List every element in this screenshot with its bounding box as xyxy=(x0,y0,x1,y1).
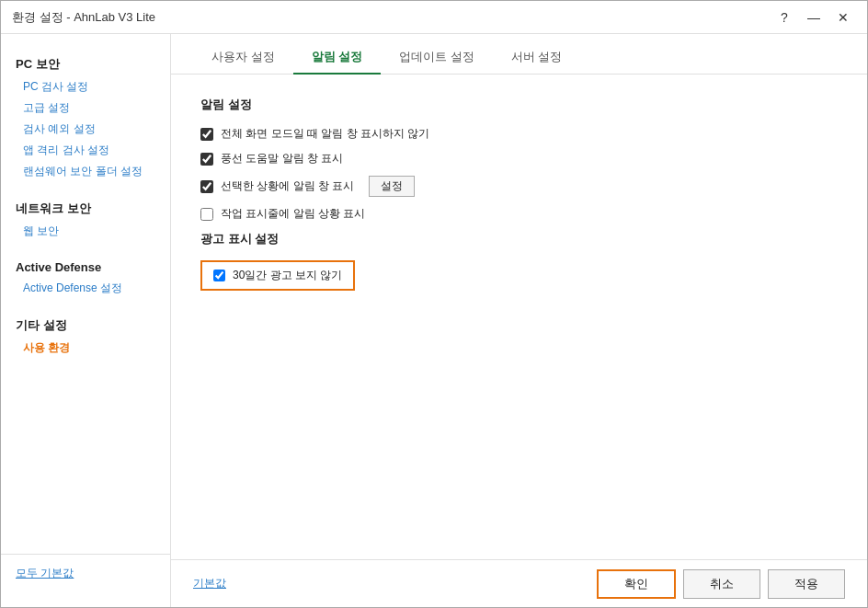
tab-bar: 사용자 설정 알림 설정 업데이트 설정 서버 설정 xyxy=(171,34,867,75)
checkbox-taskbar-input[interactable] xyxy=(200,208,213,221)
cancel-button[interactable]: 취소 xyxy=(683,569,760,599)
checkbox-selected-alarm-input[interactable] xyxy=(200,180,213,193)
checkbox-balloon-input[interactable] xyxy=(200,153,213,166)
ad-section: 광고 표시 설정 30일간 광고 보지 않기 xyxy=(200,231,838,291)
tab-user-settings[interactable]: 사용자 설정 xyxy=(193,41,293,75)
checkbox-taskbar-label: 작업 표시줄에 알림 상황 표시 xyxy=(221,206,365,222)
sidebar-item-web-security[interactable]: 웹 보안 xyxy=(1,221,170,242)
footer-buttons: 확인 취소 적용 xyxy=(597,569,845,599)
sidebar-item-active-defense-settings[interactable]: Active Defense 설정 xyxy=(1,278,170,299)
checkbox-selected-alarm-label: 선택한 상황에 알림 창 표시 xyxy=(221,178,354,194)
sidebar-section-other: 기타 설정 xyxy=(1,310,170,338)
alarm-setting-button[interactable]: 설정 xyxy=(369,176,415,197)
ad-section-title: 광고 표시 설정 xyxy=(200,231,838,247)
title-bar: 환경 설정 - AhnLab V3 Lite ? — ✕ xyxy=(1,1,867,34)
checkbox-fullscreen: 전체 화면 모드일 때 알림 창 표시하지 않기 xyxy=(200,126,838,142)
main-panel: 사용자 설정 알림 설정 업데이트 설정 서버 설정 알림 설정 전체 화면 모… xyxy=(171,34,867,607)
tab-server-settings[interactable]: 서버 설정 xyxy=(493,41,581,75)
checkbox-taskbar: 작업 표시줄에 알림 상황 표시 xyxy=(200,206,838,222)
sidebar-item-app-isolation[interactable]: 앱 격리 검사 설정 xyxy=(1,140,170,161)
alarm-section-title: 알림 설정 xyxy=(200,97,838,113)
checkbox-balloon-label: 풍선 도움말 알림 창 표시 xyxy=(221,151,343,166)
sidebar-bottom: 모두 기본값 xyxy=(1,554,170,592)
tab-update-settings[interactable]: 업데이트 설정 xyxy=(381,41,493,75)
sidebar-item-pc-scan[interactable]: PC 검사 설정 xyxy=(1,76,170,98)
checkbox-fullscreen-label: 전체 화면 모드일 때 알림 창 표시하지 않기 xyxy=(221,126,429,142)
footer-bar: 기본값 확인 취소 적용 xyxy=(171,559,867,607)
checkbox-balloon: 풍선 도움말 알림 창 표시 xyxy=(200,151,838,166)
sidebar-section-network: 네트워크 보안 xyxy=(1,193,170,221)
window-controls: ? — ✕ xyxy=(771,7,856,28)
apply-button[interactable]: 적용 xyxy=(768,569,845,599)
default-link[interactable]: 기본값 xyxy=(193,576,226,591)
sidebar-item-ransomware[interactable]: 랜섬웨어 보안 폴더 설정 xyxy=(1,161,170,182)
window-title: 환경 설정 - AhnLab V3 Lite xyxy=(12,9,155,26)
sidebar-item-usage-env[interactable]: 사용 환경 xyxy=(1,338,170,359)
tab-alarm-settings[interactable]: 알림 설정 xyxy=(293,41,382,75)
ad-checkbox-input[interactable] xyxy=(213,270,225,281)
confirm-button[interactable]: 확인 xyxy=(597,569,676,599)
sidebar-item-advanced[interactable]: 고급 설정 xyxy=(1,98,170,119)
ad-checkbox-wrapper: 30일간 광고 보지 않기 xyxy=(200,260,355,291)
content-area: PC 보안 PC 검사 설정 고급 설정 검사 예외 설정 앱 격리 검사 설정… xyxy=(1,34,867,607)
ad-checkbox-label: 30일간 광고 보지 않기 xyxy=(233,268,342,283)
minimize-button[interactable]: — xyxy=(801,7,827,28)
reset-all-link[interactable]: 모두 기본값 xyxy=(16,567,74,579)
sidebar-section-active-defense: Active Defense xyxy=(1,253,170,278)
sidebar-section-pc: PC 보안 xyxy=(1,49,170,76)
main-content: 알림 설정 전체 화면 모드일 때 알림 창 표시하지 않기 풍선 도움말 알림… xyxy=(171,75,867,559)
sidebar-item-exception[interactable]: 검사 예외 설정 xyxy=(1,119,170,140)
checkbox-selected-alarm: 선택한 상황에 알림 창 표시 설정 xyxy=(200,176,838,197)
sidebar: PC 보안 PC 검사 설정 고급 설정 검사 예외 설정 앱 격리 검사 설정… xyxy=(1,34,171,607)
main-window: 환경 설정 - AhnLab V3 Lite ? — ✕ PC 보안 PC 검사… xyxy=(0,0,868,608)
help-button[interactable]: ? xyxy=(771,7,797,28)
close-button[interactable]: ✕ xyxy=(830,7,856,28)
checkbox-fullscreen-input[interactable] xyxy=(200,128,213,141)
